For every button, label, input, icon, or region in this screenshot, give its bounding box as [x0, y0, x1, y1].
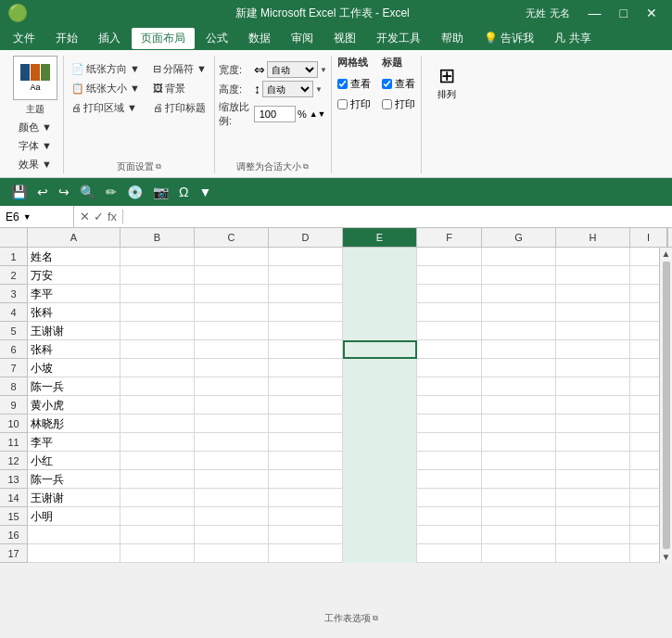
cell-i17[interactable]: [630, 544, 659, 563]
cell-h6[interactable]: [556, 340, 630, 359]
cell-e10[interactable]: [343, 415, 417, 433]
cell-d16[interactable]: [269, 526, 343, 544]
cell-a14[interactable]: 王谢谢: [28, 489, 120, 507]
col-header-c[interactable]: C: [195, 228, 269, 247]
cell-e3[interactable]: [343, 285, 417, 303]
cell-h13[interactable]: [556, 470, 630, 489]
colors-dropdown[interactable]: 颜色 ▼: [15, 118, 56, 136]
cell-c4[interactable]: [195, 303, 269, 322]
cell-i13[interactable]: [630, 470, 659, 489]
edit-button[interactable]: ✏: [102, 182, 120, 202]
cell-b10[interactable]: [120, 415, 195, 433]
cell-d15[interactable]: [269, 507, 343, 526]
maximize-button[interactable]: □: [613, 4, 635, 22]
cell-b3[interactable]: [120, 285, 195, 303]
cell-b15[interactable]: [120, 507, 195, 526]
scroll-thumb[interactable]: [663, 262, 670, 549]
cell-h7[interactable]: [556, 359, 630, 377]
vertical-scrollbar[interactable]: ▲ ▼: [659, 248, 672, 563]
screenshot-button[interactable]: 📷: [149, 182, 172, 202]
cell-d11[interactable]: [269, 433, 343, 452]
cell-d9[interactable]: [269, 396, 343, 415]
cell-c3[interactable]: [195, 285, 269, 303]
cell-e11[interactable]: [343, 433, 417, 452]
height-select[interactable]: 自动: [262, 81, 313, 97]
cell-g12[interactable]: [482, 452, 556, 470]
print-titles-button[interactable]: 🖨 打印标题: [149, 98, 210, 117]
cell-g10[interactable]: [482, 415, 556, 433]
cell-h11[interactable]: [556, 433, 630, 452]
cell-i2[interactable]: [630, 266, 659, 285]
theme-button[interactable]: Aa: [13, 56, 57, 100]
minimize-button[interactable]: —: [581, 4, 609, 22]
cell-f12[interactable]: [417, 452, 482, 470]
cell-b13[interactable]: [120, 470, 195, 489]
cell-f4[interactable]: [417, 303, 482, 322]
cell-i15[interactable]: [630, 507, 659, 526]
menu-review[interactable]: 审阅: [282, 28, 323, 49]
cell-g6[interactable]: [482, 340, 556, 359]
row-header-17[interactable]: 17: [0, 544, 28, 563]
cell-h9[interactable]: [556, 396, 630, 415]
row-header-11[interactable]: 11: [0, 433, 28, 452]
cell-f13[interactable]: [417, 470, 482, 489]
effects-dropdown[interactable]: 效果 ▼: [15, 155, 56, 173]
cell-c5[interactable]: [195, 322, 269, 340]
print-area-button[interactable]: 🖨 打印区域 ▼: [68, 98, 144, 117]
cell-f10[interactable]: [417, 415, 482, 433]
cell-i11[interactable]: [630, 433, 659, 452]
cell-d7[interactable]: [269, 359, 343, 377]
undo-button[interactable]: ↩: [33, 182, 52, 202]
symbol-button[interactable]: Ω: [175, 182, 192, 202]
col-header-i[interactable]: I: [630, 228, 667, 247]
cell-h1[interactable]: [556, 248, 630, 266]
cell-f3[interactable]: [417, 285, 482, 303]
cell-d6[interactable]: [269, 340, 343, 359]
cell-h4[interactable]: [556, 303, 630, 322]
cell-d13[interactable]: [269, 470, 343, 489]
cell-h2[interactable]: [556, 266, 630, 285]
cell-d1[interactable]: [269, 248, 343, 266]
cell-h8[interactable]: [556, 377, 630, 396]
cell-h12[interactable]: [556, 452, 630, 470]
headings-print-label[interactable]: 打印: [382, 96, 415, 112]
cell-a16[interactable]: [28, 526, 120, 544]
page-orientation-button[interactable]: 📄 纸张方向 ▼: [68, 59, 144, 78]
cell-a13[interactable]: 陈一兵: [28, 470, 120, 489]
scroll-up-arrow[interactable]: ▲: [661, 248, 672, 260]
confirm-formula-button[interactable]: ✓: [94, 210, 104, 223]
cell-b14[interactable]: [120, 489, 195, 507]
cell-c17[interactable]: [195, 544, 269, 563]
cell-a5[interactable]: 王谢谢: [28, 322, 120, 340]
gridlines-view-checkbox[interactable]: [337, 79, 348, 89]
cell-f7[interactable]: [417, 359, 482, 377]
row-header-6[interactable]: 6: [0, 340, 28, 359]
save2-button[interactable]: 💿: [123, 182, 146, 202]
cell-d14[interactable]: [269, 489, 343, 507]
menu-help[interactable]: 帮助: [432, 28, 473, 49]
cell-c15[interactable]: [195, 507, 269, 526]
insert-function-button[interactable]: fx: [108, 210, 117, 223]
save-button[interactable]: 💾: [7, 182, 31, 202]
cell-b4[interactable]: [120, 303, 195, 322]
cell-b17[interactable]: [120, 544, 195, 563]
row-header-4[interactable]: 4: [0, 303, 28, 322]
cell-f2[interactable]: [417, 266, 482, 285]
cell-h5[interactable]: [556, 322, 630, 340]
col-header-b[interactable]: B: [120, 228, 195, 247]
scroll-down-arrow[interactable]: ▼: [661, 551, 672, 563]
cell-g7[interactable]: [482, 359, 556, 377]
menu-data[interactable]: 数据: [239, 28, 280, 49]
cell-c9[interactable]: [195, 396, 269, 415]
formula-input[interactable]: [123, 206, 672, 227]
cell-h16[interactable]: [556, 526, 630, 544]
headings-view-label[interactable]: 查看: [382, 75, 415, 92]
redo-button[interactable]: ↪: [55, 182, 73, 202]
corner-cell[interactable]: [0, 228, 28, 247]
cell-g1[interactable]: [482, 248, 556, 266]
cell-e2[interactable]: [343, 266, 417, 285]
cell-h3[interactable]: [556, 285, 630, 303]
cell-c1[interactable]: [195, 248, 269, 266]
cell-c10[interactable]: [195, 415, 269, 433]
cell-i3[interactable]: [630, 285, 659, 303]
